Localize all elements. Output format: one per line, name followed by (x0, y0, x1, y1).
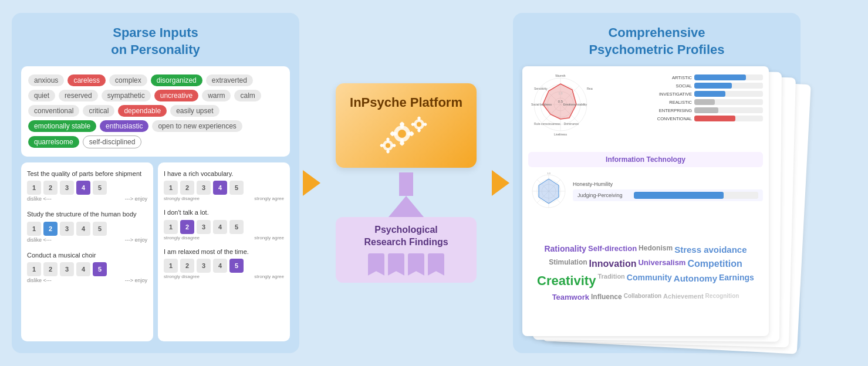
riasec-bar-fill (694, 116, 735, 121)
word-cloud-word: Tradition (597, 272, 624, 290)
statement-item: I am relaxed most of the time.12345stron… (164, 248, 284, 279)
riasec-bar-fill (694, 83, 732, 89)
likert-btn[interactable]: 4 (76, 262, 90, 276)
statement-label: I am relaxed most of the time. (164, 248, 284, 256)
word-cloud-word: Rationality (544, 243, 586, 256)
radar-chart: Warmth Reasoning Emotional stability Dom… (528, 72, 593, 137)
word-cloud-word: Stimulation (549, 257, 587, 270)
tag-item: enthusiastic (100, 120, 148, 132)
likert-scale: 12345 (27, 181, 147, 195)
word-cloud-word: Earnings (719, 272, 754, 290)
statement-btn[interactable]: 3 (197, 181, 211, 195)
statement-btn[interactable]: 5 (229, 259, 244, 273)
likert-btn[interactable]: 5 (93, 181, 107, 195)
riasec-bar-label: ENTERPRISING (648, 108, 692, 113)
tag-item: careless (67, 74, 106, 86)
riasec-bar-track (694, 116, 763, 121)
likert-btn[interactable]: 2 (43, 222, 58, 236)
likert-scale-labels: dislike <------> enjoy (27, 277, 147, 283)
left-panel-title: Sparse Inputs on Personality (21, 25, 290, 58)
tag-item: easily upset (170, 105, 219, 117)
svg-text:Sensitivity: Sensitivity (534, 87, 548, 90)
word-cloud-word: Achievement (663, 292, 703, 303)
riasec-bar-track (694, 74, 763, 80)
riasec-bar-label: REALISTIC (648, 100, 692, 105)
word-cloud-word: Community (627, 272, 672, 290)
statement-btn[interactable]: 2 (180, 220, 194, 234)
middle-section: InPsyche Platform (324, 83, 488, 283)
svg-text:Social boldness: Social boldness (531, 103, 552, 106)
judging-bar-fill (634, 192, 724, 199)
likert-btn[interactable]: 2 (43, 262, 58, 276)
statement-btn[interactable]: 2 (180, 181, 194, 195)
likert-btn[interactable]: 1 (27, 181, 41, 195)
statement-scale: 12345 (164, 220, 284, 234)
svg-text:1.0: 1.0 (547, 172, 550, 175)
right-panel-title: Comprehensive Psychometric Profiles (522, 25, 791, 58)
riasec-bar-label: INVESTIGATIVE (648, 92, 692, 97)
profiles-stack: Warmth Reasoning Emotional stability Dom… (522, 66, 791, 341)
bookmark-item (408, 253, 424, 276)
word-cloud: RationalitySelf-directionHedonismStress … (528, 215, 763, 330)
likert-btn[interactable]: 5 (93, 222, 107, 236)
likert-item: Study the structure of the human body123… (27, 210, 147, 242)
statement-btn[interactable]: 5 (229, 220, 244, 234)
right-panel: Comprehensive Psychometric Profiles (513, 13, 801, 353)
statement-btn[interactable]: 4 (213, 181, 227, 195)
likert-btn[interactable]: 2 (43, 181, 58, 195)
bookmark-item (388, 253, 404, 276)
tag-item: quiet (28, 90, 55, 101)
tag-item: calm (234, 90, 261, 101)
tag-item: open to new experiences (152, 120, 242, 132)
svg-text:Rule-consciousness: Rule-consciousness (534, 122, 560, 126)
likert-btn[interactable]: 5 (93, 262, 107, 276)
tag-item: emotionally stable (28, 120, 96, 132)
arrow-up-container (389, 172, 424, 217)
statement-btn[interactable]: 1 (164, 181, 178, 195)
honesty-label: Honesty-Humility (573, 181, 763, 187)
statement-btn[interactable]: 4 (213, 259, 227, 273)
statement-btn[interactable]: 1 (164, 220, 178, 234)
statement-label: I don't talk a lot. (164, 208, 284, 216)
likert-btn[interactable]: 3 (60, 181, 74, 195)
arrow-shaft (399, 172, 413, 196)
word-cloud-word: Creativity (537, 272, 596, 290)
riasec-bar-row: INVESTIGATIVE (648, 91, 763, 97)
tag-item: uncreative (154, 90, 198, 101)
riasec-bar-fill (694, 91, 725, 97)
main-container: Sparse Inputs on Personality anxiouscare… (12, 12, 856, 354)
tag-item: disorganized (151, 74, 202, 86)
likert-btn[interactable]: 1 (27, 262, 41, 276)
likert-scale-labels: dislike <------> enjoy (27, 196, 147, 202)
word-cloud-word: Competition (687, 257, 742, 270)
riasec-bar-fill (694, 107, 718, 113)
likert-btn[interactable]: 3 (60, 222, 74, 236)
likert-btn[interactable]: 4 (76, 222, 90, 236)
psych-box: PsychologicalResearch Findings (336, 217, 477, 283)
judging-label: Judging-Perceiving (577, 192, 630, 198)
likert-item: Test the quality of parts before shipmen… (27, 170, 147, 202)
statement-btn[interactable]: 3 (197, 259, 211, 273)
statement-btn[interactable]: 2 (180, 259, 194, 273)
statement-btn[interactable]: 5 (229, 181, 244, 195)
word-cloud-word: Hedonism (639, 243, 673, 256)
likert-btn[interactable]: 1 (27, 222, 41, 236)
left-panel: Sparse Inputs on Personality anxiouscare… (12, 13, 299, 353)
radar-section: Warmth Reasoning Emotional stability Dom… (528, 72, 643, 148)
svg-text:Dominance: Dominance (564, 122, 579, 126)
svg-text:Liveliness: Liveliness (554, 133, 567, 136)
tag-item: warm (202, 90, 231, 101)
likert-label: Conduct a musical choir (27, 251, 147, 259)
likert-btn[interactable]: 3 (60, 262, 74, 276)
likert-btn[interactable]: 4 (76, 181, 90, 195)
riasec-bar-row: REALISTIC (648, 99, 763, 105)
riasec-bar-track (694, 107, 763, 113)
word-cloud-word: Collaboration (624, 292, 661, 303)
statement-scale: 12345 (164, 259, 284, 273)
statement-btn[interactable]: 3 (197, 220, 211, 234)
statement-btn[interactable]: 1 (164, 259, 178, 273)
statement-btn[interactable]: 4 (213, 220, 227, 234)
honesty-section: 1.0 Honesty-Humility Judging-Perceiving (528, 171, 763, 212)
svg-point-21 (386, 143, 390, 148)
tag-item: dependable (118, 105, 167, 117)
